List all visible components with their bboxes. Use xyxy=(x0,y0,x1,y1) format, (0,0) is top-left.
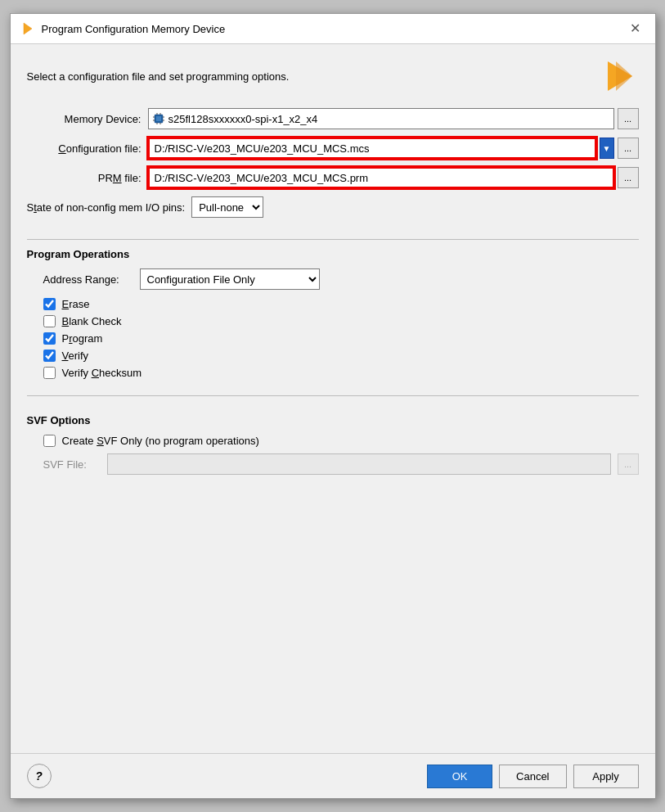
program-label[interactable]: Program xyxy=(62,332,103,345)
program-operations-section: Program Operations Address Range: Config… xyxy=(27,248,639,379)
help-button[interactable]: ? xyxy=(27,764,52,788)
program-checkbox[interactable] xyxy=(43,332,56,345)
program-checkbox-row: Program xyxy=(43,332,639,345)
prm-file-input-wrap: ... xyxy=(148,167,639,188)
prm-file-row: PRM file: ... xyxy=(27,167,639,188)
create-svf-checkbox-row: Create SVF Only (no program operations) xyxy=(27,435,639,447)
svf-file-row: SVF File: ... xyxy=(27,453,639,475)
verify-checksum-checkbox[interactable] xyxy=(43,367,56,379)
svg-marker-2 xyxy=(616,61,632,91)
program-operations-checkboxes: Erase Blank Check Program Verify Verify xyxy=(27,298,639,379)
blank-check-checkbox-row: Blank Check xyxy=(43,315,639,327)
svg-marker-0 xyxy=(24,23,32,34)
blank-check-label[interactable]: Blank Check xyxy=(62,315,122,327)
prm-file-input[interactable] xyxy=(148,167,614,188)
config-file-label: Configuration file: xyxy=(27,142,142,155)
xilinx-logo xyxy=(601,57,639,95)
header-row: Select a configuration file and set prog… xyxy=(27,57,639,95)
title-bar-left: Program Configuration Memory Device xyxy=(20,21,226,36)
dialog-footer: ? OK Cancel Apply xyxy=(11,753,655,798)
svf-options-title: SVF Options xyxy=(27,414,639,426)
xilinx-icon xyxy=(20,21,35,36)
erase-checkbox[interactable] xyxy=(43,298,56,310)
config-file-input-wrap: ▼ ... xyxy=(148,138,639,159)
divider-1 xyxy=(27,239,639,240)
svf-file-browse-button: ... xyxy=(618,453,639,475)
state-pins-row: State of non-config mem I/O pins: Pull-n… xyxy=(27,196,639,218)
memory-device-value: s25fl128sxxxxxx0-spi-x1_x2_x4 xyxy=(168,113,318,125)
dialog-body: Select a configuration file and set prog… xyxy=(11,44,655,753)
form-section: Memory Device: xyxy=(27,108,639,218)
config-file-browse-button[interactable]: ... xyxy=(618,138,639,159)
program-config-dialog: Program Configuration Memory Device ✕ Se… xyxy=(10,13,656,799)
config-file-row: Configuration file: ▼ ... xyxy=(27,138,639,159)
prm-file-label: PRM file: xyxy=(27,172,142,184)
verify-checkbox[interactable] xyxy=(43,350,56,362)
svf-file-label: SVF File: xyxy=(43,458,101,471)
memory-device-browse-button[interactable]: ... xyxy=(618,108,639,129)
state-pins-select[interactable]: Pull-none Pull-up Pull-down Float xyxy=(191,196,263,218)
cancel-button[interactable]: Cancel xyxy=(499,765,566,788)
header-description: Select a configuration file and set prog… xyxy=(27,70,290,83)
erase-label[interactable]: Erase xyxy=(62,298,90,310)
state-pins-label: State of non-config mem I/O pins: xyxy=(27,201,186,214)
create-svf-label[interactable]: Create SVF Only (no program operations) xyxy=(62,435,259,447)
svf-options-section: SVF Options Create SVF Only (no program … xyxy=(27,414,639,475)
blank-check-checkbox[interactable] xyxy=(43,315,56,327)
prm-file-browse-button[interactable]: ... xyxy=(618,167,639,188)
footer-right: OK Cancel Apply xyxy=(427,765,638,788)
title-bar: Program Configuration Memory Device ✕ xyxy=(11,14,655,44)
erase-checkbox-row: Erase xyxy=(43,298,639,310)
footer-left: ? xyxy=(27,764,52,788)
address-range-row: Address Range: Configuration File Only E… xyxy=(27,268,639,290)
verify-label[interactable]: Verify xyxy=(62,350,89,362)
verify-checkbox-row: Verify xyxy=(43,350,639,362)
chip-icon xyxy=(152,112,165,125)
divider-2 xyxy=(27,395,639,396)
apply-button[interactable]: Apply xyxy=(573,765,639,788)
verify-checksum-checkbox-row: Verify Checksum xyxy=(43,367,639,379)
ok-button[interactable]: OK xyxy=(427,765,492,788)
address-range-select[interactable]: Configuration File Only Entire Configura… xyxy=(140,268,320,290)
verify-checksum-label[interactable]: Verify Checksum xyxy=(62,367,142,379)
memory-device-row: Memory Device: xyxy=(27,108,639,129)
memory-device-input-display: s25fl128sxxxxxx0-spi-x1_x2_x4 xyxy=(148,108,614,129)
address-range-label: Address Range: xyxy=(43,273,133,286)
memory-device-label: Memory Device: xyxy=(27,113,142,125)
close-button[interactable]: ✕ xyxy=(625,20,645,37)
memory-device-field-wrap: s25fl128sxxxxxx0-spi-x1_x2_x4 ... xyxy=(148,108,639,129)
svg-rect-4 xyxy=(156,116,161,121)
state-pins-select-wrap: Pull-none Pull-up Pull-down Float xyxy=(191,196,263,218)
config-file-indicator: ▼ xyxy=(600,138,614,159)
program-operations-title: Program Operations xyxy=(27,248,639,260)
config-file-input[interactable] xyxy=(148,138,596,159)
dialog-title: Program Configuration Memory Device xyxy=(42,23,226,35)
svf-file-input xyxy=(107,453,611,475)
create-svf-checkbox[interactable] xyxy=(43,435,56,447)
